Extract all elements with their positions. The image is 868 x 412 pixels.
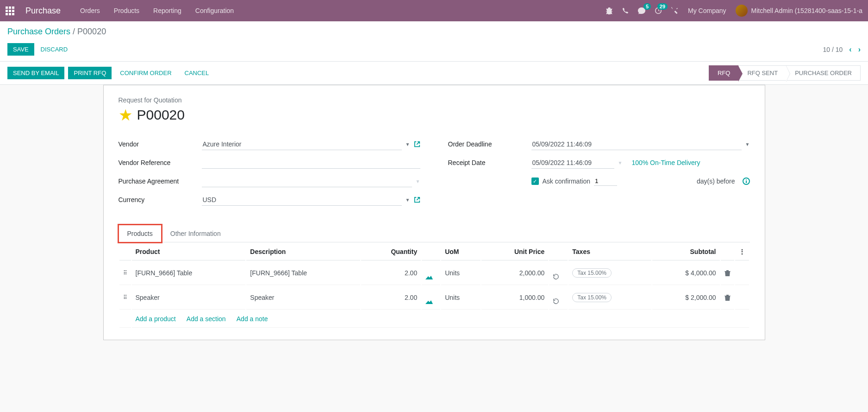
pager-next[interactable]: › — [858, 45, 861, 54]
nav-orders[interactable]: Orders — [80, 7, 100, 14]
tools-icon[interactable] — [671, 7, 679, 14]
title-label: Request for Quotation — [119, 96, 750, 104]
table-options-icon[interactable]: ⋮ — [735, 243, 749, 260]
history-icon[interactable] — [553, 298, 564, 304]
statusbar: SEND BY EMAIL PRINT RFQ CONFIRM ORDER CA… — [0, 62, 868, 85]
add-section-link[interactable]: Add a section — [187, 315, 226, 323]
add-product-link[interactable]: Add a product — [136, 315, 176, 323]
confirmation-days-input[interactable] — [594, 177, 617, 186]
info-icon[interactable] — [743, 177, 750, 185]
messages-icon[interactable]: 5 — [638, 7, 645, 14]
table-row[interactable]: ⠿SpeakerSpeaker2.00Units1,000.00Tax 15.0… — [119, 286, 749, 310]
cell-product[interactable]: Speaker — [132, 286, 246, 310]
messages-badge: 5 — [643, 3, 651, 10]
cell-quantity[interactable]: 2.00 — [361, 261, 421, 285]
th-quantity: Quantity — [361, 243, 421, 260]
star-icon[interactable]: ★ — [119, 106, 132, 124]
chevron-down-icon[interactable]: ▼ — [618, 160, 623, 165]
external-link-icon[interactable] — [414, 141, 420, 147]
th-subtotal: Subtotal — [652, 243, 720, 260]
label-vendor-ref: Vendor Reference — [119, 159, 202, 166]
chevron-down-icon[interactable]: ▼ — [406, 142, 410, 147]
vendor-input[interactable] — [202, 139, 402, 150]
phone-icon[interactable] — [622, 7, 629, 14]
status-purchase-order[interactable]: PURCHASE ORDER — [786, 65, 861, 81]
breadcrumb: Purchase Orders / P00020 — [7, 27, 861, 37]
cell-subtotal: $ 4,000.00 — [652, 261, 720, 285]
vendor-ref-input[interactable] — [202, 157, 420, 169]
label-receipt-date: Receipt Date — [448, 159, 531, 166]
label-days-before: day(s) before — [697, 177, 735, 185]
trash-icon[interactable] — [724, 270, 731, 276]
ask-confirmation-checkbox[interactable]: ✓ — [531, 177, 539, 185]
print-rfq-button[interactable]: PRINT RFQ — [68, 67, 112, 79]
page-title: P00020 — [137, 107, 185, 123]
avatar — [736, 5, 748, 17]
th-description: Description — [246, 243, 360, 260]
nav-reporting[interactable]: Reporting — [153, 7, 181, 14]
apps-icon[interactable] — [6, 6, 14, 15]
cell-description[interactable]: [FURN_9666] Table — [246, 261, 360, 285]
drag-handle-icon[interactable]: ⠿ — [119, 261, 131, 285]
top-navbar: Purchase Orders Products Reporting Confi… — [0, 0, 868, 21]
th-product: Product — [132, 243, 246, 260]
trash-icon[interactable] — [724, 294, 731, 301]
th-unit-price: Unit Price — [481, 243, 548, 260]
forecast-icon[interactable] — [425, 298, 437, 304]
status-rfq-sent[interactable]: RFQ SENT — [738, 65, 786, 81]
send-email-button[interactable]: SEND BY EMAIL — [7, 67, 64, 79]
label-order-deadline: Order Deadline — [448, 140, 531, 148]
svg-rect-2 — [746, 181, 747, 183]
save-button[interactable]: SAVE — [7, 43, 34, 56]
cell-description[interactable]: Speaker — [246, 286, 360, 310]
discard-button[interactable]: DISCARD — [36, 43, 73, 56]
tabs: Products Other Information — [119, 224, 750, 242]
chevron-down-icon[interactable]: ▼ — [745, 142, 750, 147]
external-link-icon[interactable] — [414, 196, 420, 203]
cell-quantity[interactable]: 2.00 — [361, 286, 421, 310]
label-ask-confirmation: Ask confirmation — [543, 177, 590, 185]
th-taxes: Taxes — [568, 243, 651, 260]
user-name: Mitchell Admin (15281400-saas-15-1-a — [751, 7, 862, 14]
on-time-delivery[interactable]: 100% On-Time Delivery — [631, 159, 700, 166]
label-currency: Currency — [119, 196, 202, 203]
tax-chip[interactable]: Tax 15.00% — [572, 293, 612, 302]
status-rfq[interactable]: RFQ — [709, 65, 738, 81]
svg-point-1 — [746, 179, 747, 180]
tab-products[interactable]: Products — [119, 225, 162, 242]
cell-uom[interactable]: Units — [441, 286, 481, 310]
app-name[interactable]: Purchase — [25, 6, 61, 16]
pager-prev[interactable]: ‹ — [849, 45, 851, 54]
cell-subtotal: $ 2,000.00 — [652, 286, 720, 310]
chevron-down-icon[interactable]: ▼ — [406, 197, 410, 203]
drag-handle-icon[interactable]: ⠿ — [119, 286, 131, 310]
pager-text: 10 / 10 — [823, 46, 843, 53]
cell-unit-price[interactable]: 1,000.00 — [481, 286, 548, 310]
company-selector[interactable]: My Company — [688, 7, 726, 14]
activities-icon[interactable]: 29 — [655, 7, 662, 14]
cell-uom[interactable]: Units — [441, 261, 481, 285]
currency-input[interactable] — [202, 194, 402, 206]
breadcrumb-parent[interactable]: Purchase Orders — [7, 27, 70, 36]
confirm-order-button[interactable]: CONFIRM ORDER — [115, 67, 176, 79]
nav-products[interactable]: Products — [114, 7, 139, 14]
history-icon[interactable] — [553, 273, 564, 280]
label-vendor: Vendor — [119, 140, 202, 148]
cell-product[interactable]: [FURN_9666] Table — [132, 261, 246, 285]
receipt-date-input[interactable] — [531, 157, 614, 169]
add-note-link[interactable]: Add a note — [237, 315, 268, 323]
user-menu[interactable]: Mitchell Admin (15281400-saas-15-1-a — [736, 5, 862, 17]
table-row[interactable]: ⠿[FURN_9666] Table[FURN_9666] Table2.00U… — [119, 261, 749, 285]
order-deadline-input[interactable] — [531, 139, 742, 150]
tax-chip[interactable]: Tax 15.00% — [572, 268, 612, 278]
forecast-icon[interactable] — [425, 274, 437, 279]
label-purchase-agreement: Purchase Agreement — [119, 177, 202, 185]
breadcrumb-current: P00020 — [77, 27, 106, 36]
tab-other-information[interactable]: Other Information — [162, 225, 230, 242]
cancel-button[interactable]: CANCEL — [180, 67, 214, 79]
purchase-agreement-input[interactable] — [202, 176, 412, 187]
bug-icon[interactable] — [606, 7, 613, 14]
nav-configuration[interactable]: Configuration — [195, 7, 234, 14]
cell-unit-price[interactable]: 2,000.00 — [481, 261, 548, 285]
chevron-down-icon[interactable]: ▼ — [416, 179, 420, 184]
